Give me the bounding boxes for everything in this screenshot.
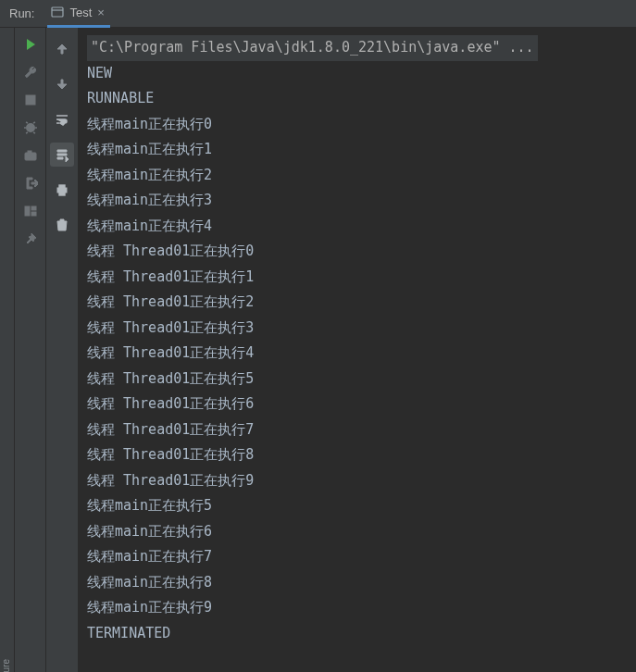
run-label: Run: bbox=[9, 6, 34, 20]
console-line: 线程 Thread01正在执行0 bbox=[87, 243, 254, 259]
console-output[interactable]: "C:\Program Files\Java\jdk1.8.0_221\bin\… bbox=[78, 28, 636, 672]
run-toolwindow-header: Run: Test × bbox=[0, 0, 636, 28]
trash-icon[interactable] bbox=[50, 213, 74, 237]
structure-toolwindow-button[interactable]: ure bbox=[1, 659, 11, 672]
application-icon bbox=[51, 6, 64, 19]
svg-rect-11 bbox=[59, 185, 65, 188]
console-line: 线程main正在执行9 bbox=[87, 599, 212, 616]
console-line: 线程main正在执行8 bbox=[87, 574, 212, 591]
console-line: 线程main正在执行3 bbox=[87, 192, 212, 208]
svg-rect-12 bbox=[59, 192, 65, 195]
svg-rect-7 bbox=[25, 206, 30, 216]
svg-rect-6 bbox=[28, 151, 31, 154]
svg-rect-0 bbox=[52, 7, 63, 17]
console-line: 线程 Thread01正在执行7 bbox=[87, 421, 254, 438]
console-line: RUNNABLE bbox=[87, 90, 154, 106]
console-line: 线程main正在执行6 bbox=[87, 523, 212, 540]
console-line: 线程 Thread01正在执行8 bbox=[87, 446, 254, 463]
main-area: Bookmarks ure "C:\Program Files\Java\jdk… bbox=[0, 28, 636, 672]
console-line: TERMINATED bbox=[87, 625, 170, 641]
console-line: 线程 Thread01正在执行5 bbox=[87, 370, 254, 387]
svg-point-5 bbox=[29, 155, 32, 158]
svg-point-3 bbox=[27, 124, 34, 131]
console-line: 线程 Thread01正在执行3 bbox=[87, 319, 254, 336]
wrench-icon[interactable] bbox=[23, 65, 38, 80]
run-actions-column bbox=[15, 28, 46, 672]
camera-icon[interactable] bbox=[23, 148, 38, 163]
stop-button[interactable] bbox=[23, 93, 38, 107]
dump-threads-icon[interactable] bbox=[23, 120, 38, 135]
console-line: 线程 Thread01正在执行9 bbox=[87, 472, 254, 489]
pin-icon[interactable] bbox=[23, 231, 38, 246]
rerun-button[interactable] bbox=[23, 37, 38, 52]
console-line: 线程main正在执行5 bbox=[87, 497, 212, 514]
left-stripe: Bookmarks ure bbox=[0, 28, 15, 672]
console-line: 线程main正在执行7 bbox=[87, 548, 212, 565]
console-line: 线程 Thread01正在执行4 bbox=[87, 344, 254, 361]
layout-icon[interactable] bbox=[23, 204, 38, 218]
up-arrow-icon[interactable] bbox=[50, 37, 74, 61]
print-icon[interactable] bbox=[50, 178, 74, 202]
console-line: 线程 Thread01正在执行2 bbox=[87, 293, 254, 310]
console-line: 线程 Thread01正在执行1 bbox=[87, 268, 254, 285]
svg-rect-9 bbox=[31, 212, 36, 216]
console-line: 线程main正在执行4 bbox=[87, 218, 212, 234]
close-icon[interactable]: × bbox=[97, 6, 105, 19]
console-actions-column bbox=[46, 28, 78, 672]
soft-wrap-icon[interactable] bbox=[50, 107, 74, 131]
console-line: 线程 Thread01正在执行6 bbox=[87, 395, 254, 412]
console-command: "C:\Program Files\Java\jdk1.8.0_221\bin\… bbox=[87, 35, 538, 61]
down-arrow-icon[interactable] bbox=[50, 72, 74, 96]
run-tab-label: Test bbox=[69, 6, 92, 19]
console-line: NEW bbox=[87, 65, 112, 81]
console-line: 线程main正在执行1 bbox=[87, 141, 212, 157]
console-line: 线程main正在执行0 bbox=[87, 116, 212, 132]
exit-icon[interactable] bbox=[23, 176, 38, 191]
console-line: 线程main正在执行2 bbox=[87, 167, 212, 183]
run-tab-test[interactable]: Test × bbox=[47, 0, 109, 28]
svg-rect-8 bbox=[31, 206, 36, 210]
svg-rect-2 bbox=[26, 95, 35, 105]
scroll-to-end-icon[interactable] bbox=[50, 143, 74, 167]
